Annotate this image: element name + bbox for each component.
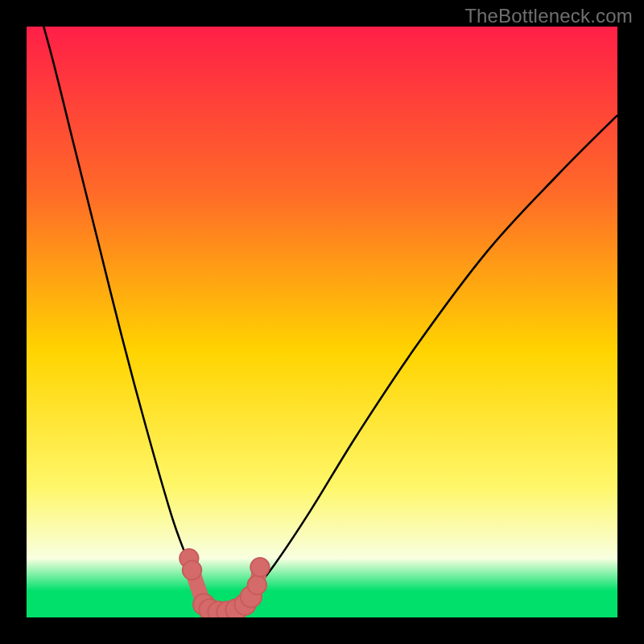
bottleneck-chart xyxy=(27,27,617,617)
plot-area xyxy=(27,27,617,617)
curve-marker xyxy=(248,576,266,594)
curve-marker xyxy=(183,561,201,580)
chart-frame: TheBottleneck.com xyxy=(0,0,644,644)
gradient-background xyxy=(27,27,617,617)
curve-marker xyxy=(250,558,269,576)
watermark-text: TheBottleneck.com xyxy=(464,5,633,27)
